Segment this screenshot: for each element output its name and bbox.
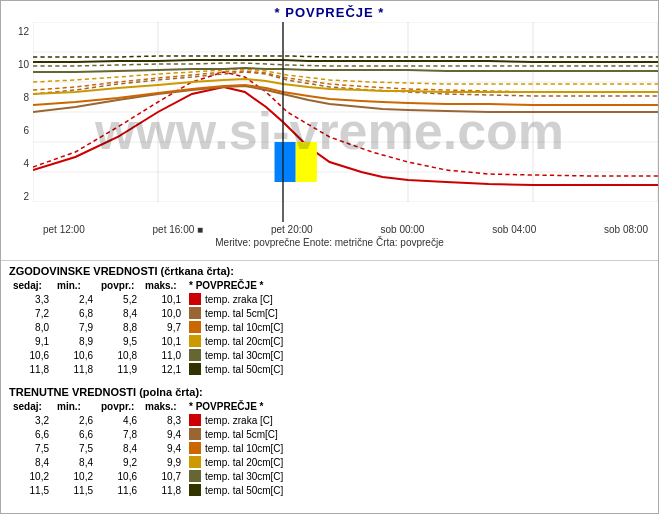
table-row: 3,2 2,6 4,6 8,3 temp. zraka [C] [9,413,650,427]
legend-color [189,363,201,375]
chart-title: * POVPREČJE * [1,1,658,22]
x-label-1: pet 12:00 [43,224,85,235]
legend-color [189,321,201,333]
legend-label: temp. tal 5cm[C] [205,308,278,319]
legend-label: temp. tal 30cm[C] [205,471,283,482]
time-marker [282,22,284,222]
x-label-4: sob 00:00 [381,224,425,235]
hist-header-min: min.: [53,279,97,292]
legend-label: temp. tal 30cm[C] [205,350,283,361]
table-row: 6,6 6,6 7,8 9,4 temp. tal 5cm[C] [9,427,650,441]
legend-color [189,349,201,361]
main-container: * POVPREČJE * www.si-vreme.com 12 10 8 6… [0,0,659,514]
legend-label: temp. tal 5cm[C] [205,429,278,440]
hist-header-sedaj: sedaj: [9,279,53,292]
legend-color [189,428,201,440]
legend-color [189,335,201,347]
historical-title: ZGODOVINSKE VREDNOSTI (črtkana črta): [9,265,650,277]
legend-label: temp. tal 50cm[C] [205,485,283,496]
legend-color [189,470,201,482]
data-section: ZGODOVINSKE VREDNOSTI (črtkana črta): se… [1,261,658,513]
chart-meta: Meritve: povprečne Enote: metrične Črta:… [1,235,658,250]
x-label-5: sob 04:00 [492,224,536,235]
legend-color [189,484,201,496]
chart-svg-container [33,22,658,222]
table-row: 10,6 10,6 10,8 11,0 temp. tal 30cm[C] [9,348,650,362]
table-row: 8,4 8,4 9,2 9,9 temp. tal 20cm[C] [9,455,650,469]
table-row: 7,5 7,5 8,4 9,4 temp. tal 10cm[C] [9,441,650,455]
table-row: 7,2 6,8 8,4 10,0 temp. tal 5cm[C] [9,306,650,320]
x-label-2: pet 16:00 ■ [153,224,204,235]
table-row: 8,0 7,9 8,8 9,7 temp. tal 10cm[C] [9,320,650,334]
y-axis: 12 10 8 6 4 2 [1,22,33,222]
table-row: 11,8 11,8 11,9 12,1 temp. tal 50cm[C] [9,362,650,376]
current-title: TRENUTNE VREDNOSTI (polna črta): [9,386,650,398]
legend-color [189,307,201,319]
chart-svg [33,22,658,202]
table-row: 3,3 2,4 5,2 10,1 temp. zraka [C] [9,292,650,306]
table-row: 10,2 10,2 10,6 10,7 temp. tal 30cm[C] [9,469,650,483]
legend-color [189,293,201,305]
legend-label: temp. tal 20cm[C] [205,336,283,347]
x-label-6: sob 08:00 [604,224,648,235]
hist-header-maks: maks.: [141,279,185,292]
legend-label: temp. tal 20cm[C] [205,457,283,468]
legend-label: temp. zraka [C] [205,415,273,426]
legend-label: temp. tal 50cm[C] [205,364,283,375]
curr-header-sedaj: sedaj: [9,400,53,413]
svg-rect-14 [296,142,317,182]
svg-rect-13 [275,142,296,182]
legend-color [189,414,201,426]
chart-area: * POVPREČJE * www.si-vreme.com 12 10 8 6… [1,1,658,261]
legend-color [189,442,201,454]
x-axis-labels: pet 12:00 pet 16:00 ■ pet 20:00 sob 00:0… [1,222,658,235]
table-row: 9,1 8,9 9,5 10,1 temp. tal 20cm[C] [9,334,650,348]
curr-header-label: * POVPREČJE * [185,400,650,413]
legend-label: temp. tal 10cm[C] [205,322,283,333]
current-table: sedaj: min.: povpr.: maks.: * POVPREČJE … [9,400,650,497]
historical-table: sedaj: min.: povpr.: maks.: * POVPREČJE … [9,279,650,376]
legend-color [189,456,201,468]
table-row: 11,5 11,5 11,6 11,8 temp. tal 50cm[C] [9,483,650,497]
curr-header-maks: maks.: [141,400,185,413]
legend-label: temp. zraka [C] [205,294,273,305]
x-label-3: pet 20:00 [271,224,313,235]
hist-header-label: * POVPREČJE * [185,279,650,292]
legend-label: temp. tal 10cm[C] [205,443,283,454]
curr-header-povpr: povpr.: [97,400,141,413]
hist-header-povpr: povpr.: [97,279,141,292]
curr-header-min: min.: [53,400,97,413]
